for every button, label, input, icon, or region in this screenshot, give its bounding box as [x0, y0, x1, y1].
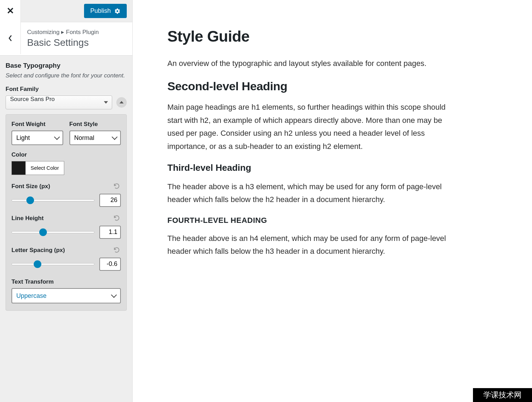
preview-p2: Main page headings are h1 elements, so f… [167, 101, 459, 153]
section-title: Base Typography [6, 62, 127, 69]
font-size-label: Font Size (px) [11, 183, 50, 190]
section-description: Select and configure the font for your c… [6, 72, 127, 80]
chevron-left-icon [8, 34, 13, 42]
reset-icon [113, 246, 120, 253]
close-icon: ✕ [7, 6, 14, 16]
preview-p1: An overview of the typographic and layou… [167, 57, 459, 70]
preview-p4: The header above is an h4 element, which… [167, 232, 459, 258]
top-bar: ✕ Publish [0, 0, 132, 22]
preview-h4: FOURTH-LEVEL HEADING [167, 216, 459, 225]
gear-icon [114, 8, 120, 14]
select-color-button[interactable]: Select Color [25, 161, 64, 175]
panel-body: Base Typography Select and configure the… [0, 56, 132, 402]
preview-p3: The header above is a h3 element, which … [167, 180, 459, 206]
reset-font-size-button[interactable] [113, 183, 121, 190]
letter-spacing-input[interactable] [99, 258, 121, 271]
font-weight-label: Font Weight [11, 121, 63, 128]
watermark: 学课技术网 [473, 388, 532, 402]
line-height-slider[interactable] [11, 231, 94, 233]
line-height-input[interactable] [99, 226, 121, 239]
close-button[interactable]: ✕ [0, 0, 21, 22]
publish-label: Publish [90, 7, 111, 15]
back-button[interactable] [0, 22, 21, 54]
preview-h2: Second-level Heading [167, 79, 459, 93]
font-family-label: Font Family [6, 86, 127, 93]
panel-title: Basic Settings [27, 37, 99, 48]
font-weight-select[interactable]: Light [11, 131, 63, 145]
breadcrumb-path: Customizing ▸ Fonts Plugin [27, 28, 99, 36]
letter-spacing-label: Letter Spacing (px) [11, 247, 65, 254]
reset-letter-spacing-button[interactable] [113, 246, 121, 254]
color-swatch[interactable] [11, 161, 25, 175]
line-height-label: Line Height [11, 215, 44, 222]
text-transform-label: Text Transform [11, 278, 121, 285]
breadcrumb: Customizing ▸ Fonts Plugin Basic Setting… [0, 22, 132, 56]
font-size-slider[interactable] [11, 199, 94, 201]
reset-line-height-button[interactable] [113, 215, 121, 222]
font-family-select[interactable]: Source Sans Pro [6, 95, 112, 109]
preview-pane: Style Guide An overview of the typograph… [133, 0, 480, 402]
text-transform-select[interactable]: Uppercase [11, 288, 121, 303]
color-label: Color [11, 151, 121, 158]
customizer-sidebar: ✕ Publish Customizing ▸ Fonts Plugin Bas… [0, 0, 133, 402]
preview-h1: Style Guide [167, 28, 459, 45]
font-size-input[interactable] [99, 194, 121, 207]
advanced-toggle[interactable] [116, 97, 127, 108]
reset-icon [113, 183, 120, 190]
font-style-select[interactable]: Normal [69, 131, 121, 145]
publish-button[interactable]: Publish [84, 4, 127, 18]
font-style-label: Font Style [69, 121, 121, 128]
preview-h3: Third-level Heading [167, 162, 459, 173]
advanced-options: Font Weight Light Font Style Normal [6, 114, 127, 311]
reset-icon [113, 215, 120, 221]
letter-spacing-slider[interactable] [11, 263, 94, 265]
